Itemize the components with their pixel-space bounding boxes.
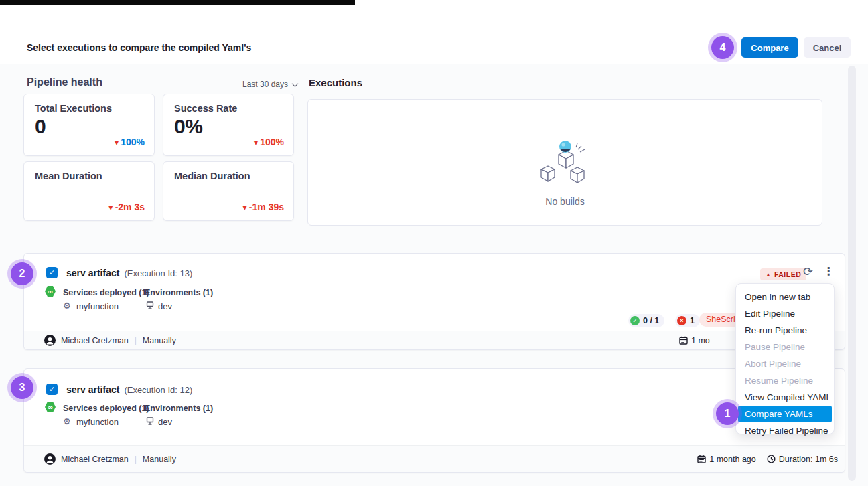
no-builds-illustration: [536, 140, 595, 188]
warning-icon: ▲: [766, 272, 771, 278]
execution-id: (Execution Id: 12): [124, 385, 192, 395]
services-deployed-label: Services deployed (1): [63, 288, 149, 297]
duration-text: Duration: 1m 6s: [779, 455, 838, 464]
calendar-icon: [697, 455, 706, 463]
metric-card-median-duration: Median Duration ▾-1m 39s: [163, 161, 294, 221]
executions-title: Executions: [309, 77, 362, 88]
menu-item-open-in-new-tab[interactable]: Open in new tab: [736, 289, 834, 305]
more-options-icon[interactable]: ⋮: [823, 265, 834, 278]
success-circle-icon: ✓: [630, 316, 640, 325]
service-name: myfunction: [76, 417, 119, 427]
cd-service-icon: ∞: [44, 285, 56, 297]
annotation-step-3: 3: [11, 376, 33, 399]
date-text: 1 mo: [691, 336, 710, 345]
cd-service-icon: ∞: [44, 401, 56, 413]
page-title: Select executions to compare the compile…: [27, 42, 251, 53]
scrollbar[interactable]: [848, 66, 856, 481]
pipeline-name-text: serv artifact: [66, 384, 119, 395]
metric-delta: ▾100%: [254, 137, 284, 147]
calendar-icon: [679, 336, 688, 345]
trend-down-icon: ▾: [108, 202, 113, 212]
environments-label: Environments (1): [145, 404, 213, 413]
metric-delta: ▾-1m 39s: [242, 201, 284, 212]
metric-delta-value: -1m 39s: [249, 201, 284, 212]
date-item: 1 month ago: [697, 455, 756, 464]
metric-delta: ▾-2m 3s: [108, 201, 145, 212]
environment-icon: [145, 416, 155, 426]
failed-count: 1: [690, 316, 695, 325]
chevron-down-icon: [292, 80, 299, 87]
separator: |: [135, 336, 137, 345]
execution-context-menu: Open in new tab Edit Pipeline Re-run Pip…: [735, 283, 835, 434]
metric-title: Median Duration: [174, 171, 283, 181]
svg-text:∞: ∞: [48, 288, 53, 295]
rerun-icon[interactable]: ⟳: [803, 264, 813, 279]
status-badge-failed: ▲ FAILED: [760, 268, 806, 280]
menu-item-retry-failed-pipeline[interactable]: Retry Failed Pipeline: [736, 422, 834, 439]
services-deployed-label: Services deployed (1): [63, 404, 149, 413]
menu-item-pause-pipeline: Pause Pipeline: [736, 339, 834, 355]
pipeline-name-text: serv artifact: [66, 268, 119, 278]
trigger-type: Manually: [143, 336, 176, 345]
trigger-type: Manually: [143, 455, 176, 464]
annotation-step-4: 4: [711, 36, 734, 59]
date-item: 1 mo: [679, 336, 710, 345]
compare-button[interactable]: Compare: [741, 37, 798, 58]
author-name: Michael Cretzman: [61, 336, 129, 345]
metric-delta-value: 100%: [260, 137, 284, 147]
author-name: Michael Cretzman: [61, 455, 129, 464]
error-circle-icon: ×: [677, 316, 686, 325]
metric-card-mean-duration: Mean Duration ▾-2m 3s: [23, 161, 155, 221]
environments-label: Environments (1): [145, 288, 213, 297]
trend-down-icon: ▾: [254, 137, 259, 147]
service-name: myfunction: [76, 301, 119, 311]
separator: |: [135, 455, 137, 464]
time-range-select[interactable]: Last 30 days: [242, 80, 297, 89]
footer-meta: 1 mo: [679, 336, 710, 345]
metric-card-success-rate: Success Rate 0% ▾100%: [163, 94, 294, 156]
annotation-step-1: 1: [716, 402, 739, 425]
menu-item-resume-pipeline: Resume Pipeline: [736, 372, 834, 389]
metric-title: Mean Duration: [35, 171, 143, 181]
empty-state: No builds: [308, 140, 822, 207]
footer-meta: 1 month ago Duration: 1m 6s: [697, 455, 838, 464]
stages-failed-chip: × 1: [675, 314, 700, 327]
stages-passed-chip: ✓ 0 / 1: [628, 314, 664, 327]
environment-icon: [145, 301, 155, 310]
clock-icon: [767, 455, 776, 463]
metric-value: 0%: [174, 115, 283, 138]
pipeline-name: serv artifact(Execution Id: 13): [66, 268, 192, 278]
execution-footer: Michael Cretzman | Manually 1 month ago: [24, 445, 845, 472]
gear-icon: ⚙: [63, 301, 71, 311]
empty-state-label: No builds: [308, 196, 822, 207]
passed-count: 0 / 1: [643, 316, 659, 325]
execution-footer: Michael Cretzman | Manually 1 mo: [24, 331, 845, 349]
execution-row-13[interactable]: ✓ serv artifact(Execution Id: 13) ∞ Serv…: [23, 253, 845, 350]
status-text: FAILED: [774, 270, 801, 278]
trend-down-icon: ▾: [115, 137, 119, 147]
menu-item-abort-pipeline: Abort Pipeline: [736, 355, 834, 372]
annotation-step-2: 2: [11, 262, 33, 285]
metric-title: Total Executions: [35, 103, 143, 114]
trend-down-icon: ▾: [242, 202, 247, 212]
metric-title: Success Rate: [174, 103, 283, 114]
avatar: [44, 335, 56, 346]
execution-checkbox[interactable]: ✓: [46, 267, 58, 278]
executions-panel: No builds: [307, 99, 822, 226]
duration-item: Duration: 1m 6s: [767, 455, 838, 464]
window-top-strip: [0, 0, 355, 5]
menu-item-view-compiled-yaml[interactable]: View Compiled YAML: [736, 389, 834, 406]
menu-item-rerun-pipeline[interactable]: Re-run Pipeline: [736, 322, 834, 339]
environment-name: dev: [158, 301, 172, 311]
environment-name: dev: [158, 417, 172, 427]
metric-delta-value: -2m 3s: [115, 201, 145, 212]
menu-item-edit-pipeline[interactable]: Edit Pipeline: [736, 305, 834, 322]
execution-id: (Execution Id: 13): [124, 268, 192, 278]
execution-checkbox[interactable]: ✓: [46, 384, 58, 395]
gear-icon: ⚙: [63, 416, 71, 426]
metric-delta-value: 100%: [121, 137, 145, 147]
avatar: [44, 453, 56, 465]
menu-item-compare-yamls[interactable]: Compare YAMLs: [738, 406, 832, 422]
cancel-button[interactable]: Cancel: [804, 37, 851, 58]
pipeline-health-title: Pipeline health: [27, 76, 102, 88]
